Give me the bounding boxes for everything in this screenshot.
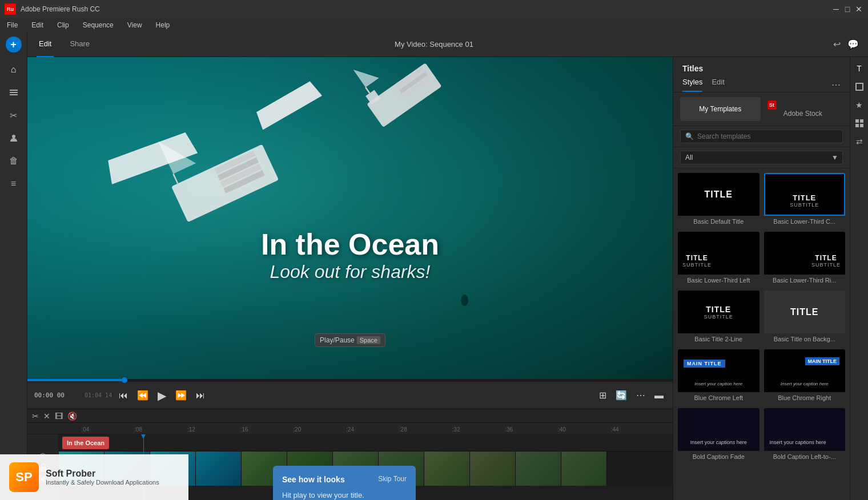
sidebar-layers[interactable] bbox=[3, 82, 24, 103]
adobe-stock-label: Adobe Stock bbox=[783, 110, 822, 118]
menu-file[interactable]: File bbox=[5, 20, 20, 30]
template-thumb-basic-default: TITLE bbox=[678, 173, 760, 216]
fit-frame-button[interactable]: ⊞ bbox=[597, 388, 609, 403]
chat-button[interactable]: 💬 bbox=[847, 39, 859, 50]
template-blue-chrome-left[interactable]: MAIN TITLE Insert your caption here Blue… bbox=[678, 349, 760, 404]
template-basic-default[interactable]: TITLE Basic Default Title bbox=[678, 173, 760, 227]
template-bold-caption-left[interactable]: Insert your captions here Bold Caption L… bbox=[764, 408, 846, 462]
play-pause-button[interactable]: ▶ bbox=[155, 386, 168, 405]
panel-icon-crop[interactable] bbox=[853, 80, 866, 94]
tab-styles[interactable]: Styles bbox=[682, 78, 702, 92]
progress-bar[interactable] bbox=[27, 379, 673, 381]
sidebar-menu[interactable]: ≡ bbox=[3, 174, 24, 194]
tour-title: See how it looks bbox=[282, 475, 345, 484]
project-title: My Video: Sequence 01 bbox=[395, 40, 473, 49]
watermark: SP Soft Prober Instantly & Safely Downlo… bbox=[0, 454, 188, 500]
panel-icon-grid[interactable] bbox=[853, 116, 866, 130]
template-thumb-basic-lower-c: TITLE SUBTITLE bbox=[764, 173, 846, 216]
sidebar-users[interactable] bbox=[3, 128, 24, 148]
template-name-blue-left: Blue Chrome Left bbox=[678, 392, 760, 404]
panel-tabs-left: Styles Edit bbox=[682, 78, 725, 92]
step-back-button[interactable]: ⏪ bbox=[135, 388, 151, 403]
panel-icon-text[interactable]: T bbox=[853, 62, 866, 75]
step-forward-button[interactable]: ⏩ bbox=[173, 388, 189, 403]
timeline-cut-tool[interactable]: ✂ bbox=[32, 412, 39, 421]
template-bold-caption-fade[interactable]: Insert your captions here Bold Caption F… bbox=[678, 408, 760, 462]
template-thumb-lower-left: TITLE SUBTITLE bbox=[678, 232, 760, 275]
thumb-right-content: TITLE SUBTITLE bbox=[811, 254, 841, 268]
thumb-subtitle-text: SUBTITLE bbox=[682, 262, 712, 268]
sidebar-home[interactable]: ⌂ bbox=[3, 59, 24, 80]
menu-sequence[interactable]: Sequence bbox=[81, 20, 116, 30]
go-to-end-button[interactable]: ⏭ bbox=[194, 388, 207, 403]
layout-button[interactable]: ▬ bbox=[652, 388, 666, 403]
adobe-stock-button[interactable]: St Adobe Stock bbox=[763, 97, 843, 121]
timecode-total: 01:04 14 bbox=[85, 392, 112, 398]
ruler-mark: :12 bbox=[164, 426, 218, 433]
title-track: In the Ocean bbox=[59, 434, 673, 451]
watermark-logo: SP bbox=[9, 462, 39, 492]
template-basic-lower-c[interactable]: TITLE SUBTITLE Basic Lower-Third C... bbox=[764, 173, 846, 227]
filter-wrap: All Lower Third Title Caption ▼ bbox=[680, 151, 843, 164]
template-thumb-title-bg: TITLE bbox=[764, 291, 846, 333]
more-options-button[interactable]: ⋯ bbox=[634, 388, 648, 403]
ruler-mark: :20 bbox=[271, 426, 324, 433]
menu-clip[interactable]: Clip bbox=[55, 20, 71, 30]
template-name-lower-left: Basic Lower-Third Left bbox=[678, 275, 760, 286]
panel-more-button[interactable]: ⋯ bbox=[831, 79, 841, 90]
search-input[interactable] bbox=[697, 132, 838, 140]
my-templates-button[interactable]: My Templates bbox=[680, 97, 761, 121]
timeline-split-tool[interactable]: 🎞 bbox=[55, 412, 63, 421]
template-thumb-title-2line: TITLE SUBTITLE bbox=[678, 291, 760, 333]
maximize-button[interactable]: □ bbox=[843, 5, 852, 14]
menu-bar: File Edit Clip Sequence View Help bbox=[0, 18, 868, 32]
template-basic-lower-right[interactable]: TITLE SUBTITLE Basic Lower-Third Ri... bbox=[764, 232, 846, 286]
thumb-caption-content: Insert your captions here bbox=[679, 439, 758, 445]
filter-select[interactable]: All Lower Third Title Caption bbox=[680, 151, 843, 164]
svg-rect-19 bbox=[855, 119, 859, 123]
ruler-mark: :24 bbox=[324, 426, 377, 433]
video-preview: In the Ocean Look out for sharks! Play/P… bbox=[27, 57, 673, 379]
menu-view[interactable]: View bbox=[125, 20, 144, 30]
play-pause-tooltip: Play/Pause Space bbox=[315, 333, 385, 347]
panel-icon-star[interactable]: ★ bbox=[853, 98, 866, 112]
video-thumbnail bbox=[516, 451, 561, 486]
panel-icon-transfer[interactable]: ⇄ bbox=[853, 135, 866, 148]
tab-share[interactable]: Share bbox=[67, 32, 92, 57]
minimize-button[interactable]: ─ bbox=[831, 5, 841, 14]
template-name-bold-fade: Bold Caption Fade bbox=[678, 451, 760, 462]
tab-edit[interactable]: Edit bbox=[37, 32, 54, 57]
menu-edit[interactable]: Edit bbox=[29, 20, 46, 30]
sidebar-scissors[interactable]: ✂ bbox=[3, 105, 24, 126]
thumb-title-text: TITLE bbox=[790, 307, 818, 317]
tour-tooltip: See how it looks Skip Tour Hit play to v… bbox=[273, 466, 416, 500]
video-thumbnail bbox=[470, 451, 516, 486]
svg-rect-21 bbox=[855, 124, 859, 127]
timeline-delete-tool[interactable]: ✕ bbox=[43, 412, 50, 421]
menu-help[interactable]: Help bbox=[154, 20, 172, 30]
template-basic-lower-left[interactable]: TITLE SUBTITLE Basic Lower-Third Left bbox=[678, 232, 760, 286]
undo-button[interactable]: ↩ bbox=[833, 39, 841, 50]
close-button[interactable]: ✕ bbox=[854, 5, 863, 14]
template-thumb-bold-left: Insert your captions here bbox=[764, 408, 846, 451]
go-to-start-button[interactable]: ⏮ bbox=[116, 388, 130, 403]
template-title-2line[interactable]: TITLE SUBTITLE Basic Title 2-Line bbox=[678, 291, 760, 345]
timeline-mute-tool[interactable]: 🔇 bbox=[67, 412, 77, 421]
tour-skip-button[interactable]: Skip Tour bbox=[378, 475, 407, 483]
ruler-mark: :40 bbox=[536, 426, 589, 433]
template-title-bg[interactable]: TITLE Basic Title on Backg... bbox=[764, 291, 846, 345]
loop-button[interactable]: 🔄 bbox=[613, 388, 629, 403]
template-thumb-blue-left: MAIN TITLE Insert your caption here bbox=[678, 349, 760, 392]
panel-tabs: Styles Edit ⋯ bbox=[682, 78, 841, 92]
panel-side-icons: T ★ ⇄ bbox=[850, 57, 868, 500]
add-button[interactable]: + bbox=[6, 37, 22, 53]
tab-edit[interactable]: Edit bbox=[712, 78, 724, 92]
thumb-blue-bar-right: MAIN TITLE bbox=[805, 357, 840, 365]
search-wrap: 🔍 bbox=[680, 130, 843, 143]
timecode-current: 00:00 00 bbox=[34, 392, 80, 399]
title-bar-controls: ─ □ ✕ bbox=[831, 5, 863, 14]
svg-point-3 bbox=[12, 135, 15, 138]
template-blue-chrome-right[interactable]: MAIN TITLE Insert your caption here Blue… bbox=[764, 349, 846, 404]
title-clip[interactable]: In the Ocean bbox=[62, 437, 109, 449]
sidebar-trash[interactable]: 🗑 bbox=[3, 151, 24, 171]
